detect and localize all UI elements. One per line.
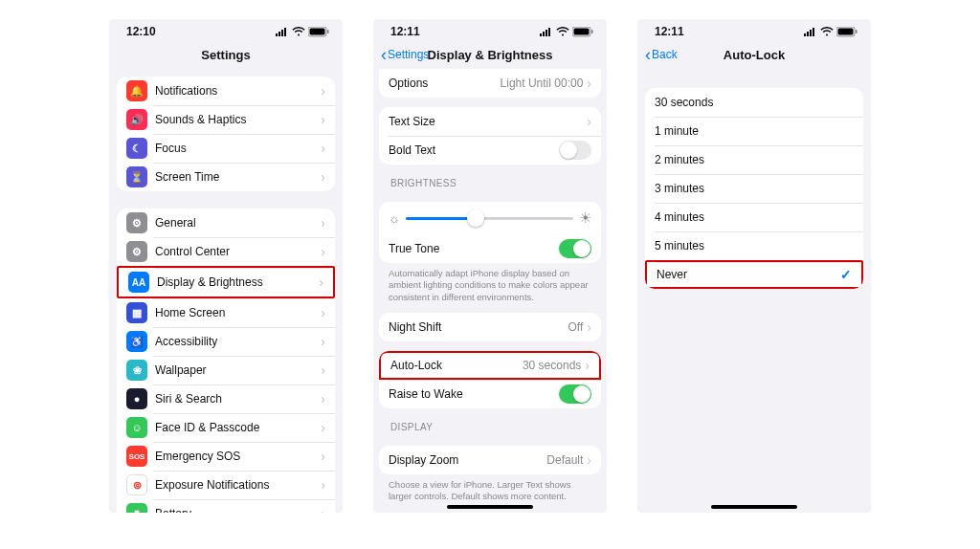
option-30-seconds[interactable]: 30 seconds bbox=[645, 88, 863, 117]
settings-row-accessibility[interactable]: ♿Accessibility› bbox=[117, 327, 335, 356]
options-group: Options Light Until 00:00 › bbox=[379, 69, 601, 98]
settings-row-control-center[interactable]: ⚙Control Center› bbox=[117, 237, 335, 266]
row-label: Auto-Lock bbox=[390, 359, 523, 372]
row-true-tone[interactable]: True Tone bbox=[379, 234, 601, 263]
settings-row-emergency-sos[interactable]: SOSEmergency SOS› bbox=[117, 442, 335, 471]
settings-row-notifications[interactable]: 🔔Notifications› bbox=[117, 77, 335, 105]
option-2-minutes[interactable]: 2 minutes bbox=[645, 145, 863, 174]
row-value: Off bbox=[568, 320, 584, 334]
row-label: Siri & Search bbox=[155, 392, 321, 406]
bell-icon: 🔔 bbox=[126, 80, 147, 101]
settings-row-battery[interactable]: ▮Battery› bbox=[117, 499, 335, 513]
option-label: 4 minutes bbox=[655, 210, 854, 224]
row-value: 30 seconds bbox=[523, 359, 581, 372]
settings-row-focus[interactable]: ☾Focus› bbox=[117, 134, 335, 163]
option-label: Never bbox=[657, 268, 840, 281]
hourglass-icon: ⏳ bbox=[126, 166, 147, 187]
status-time: 12:11 bbox=[390, 25, 420, 38]
row-label: Text Size bbox=[389, 115, 587, 128]
settings-row-sounds-haptics[interactable]: 🔊Sounds & Haptics› bbox=[117, 105, 335, 134]
sun-large-icon: ☀ bbox=[579, 209, 591, 227]
sun-small-icon: ☼ bbox=[389, 211, 400, 226]
settings-row-wallpaper[interactable]: ❀Wallpaper› bbox=[117, 356, 335, 384]
settings-row-siri-search[interactable]: ●Siri & Search› bbox=[117, 384, 335, 413]
battery-icon bbox=[836, 27, 858, 37]
chevron-right-icon: › bbox=[321, 83, 325, 99]
brightness-note: Automatically adapt iPhone display based… bbox=[373, 263, 607, 303]
row-label: Display & Brightness bbox=[157, 275, 319, 289]
auto-lock-options: 30 seconds1 minute2 minutes3 minutes4 mi… bbox=[645, 88, 863, 289]
svg-rect-16 bbox=[810, 30, 812, 36]
row-label: Control Center bbox=[155, 245, 321, 258]
option-never[interactable]: Never✓ bbox=[645, 260, 863, 289]
row-value: Default bbox=[546, 453, 583, 467]
page-title: Auto-Lock bbox=[724, 48, 785, 62]
row-label: Battery bbox=[155, 507, 321, 513]
option-5-minutes[interactable]: 5 minutes bbox=[645, 231, 863, 260]
settings-row-home-screen[interactable]: ▦Home Screen› bbox=[117, 298, 335, 327]
speaker-icon: 🔊 bbox=[126, 109, 147, 130]
status-bar: 12:11 bbox=[637, 19, 871, 40]
section-header-display: DISPLAY bbox=[373, 408, 607, 436]
exposure-icon: ⊚ bbox=[126, 474, 147, 495]
chevron-right-icon: › bbox=[321, 362, 325, 378]
flower-icon: ❀ bbox=[126, 360, 147, 381]
text-size-icon: AA bbox=[128, 272, 149, 293]
svg-rect-12 bbox=[574, 28, 590, 34]
option-1-minute[interactable]: 1 minute bbox=[645, 117, 863, 145]
nav-bar: ‹Settings Display & Brightness bbox=[373, 40, 607, 69]
row-raise-to-wake[interactable]: Raise to Wake bbox=[379, 380, 601, 408]
settings-row-face-id-passcode[interactable]: ☺Face ID & Passcode› bbox=[117, 413, 335, 442]
row-label: Accessibility bbox=[155, 335, 321, 348]
battery-icon bbox=[572, 27, 593, 37]
settings-row-screen-time[interactable]: ⏳Screen Time› bbox=[117, 163, 335, 191]
signal-icon bbox=[804, 27, 817, 36]
brightness-slider[interactable] bbox=[406, 217, 573, 220]
back-button[interactable]: ‹Settings bbox=[381, 40, 429, 69]
signal-icon bbox=[540, 27, 553, 36]
night-shift-group: Night Shift Off › bbox=[379, 313, 601, 341]
svg-rect-2 bbox=[281, 30, 283, 36]
back-button[interactable]: ‹Back bbox=[645, 40, 678, 69]
chevron-right-icon: › bbox=[321, 334, 325, 349]
row-label: Sounds & Haptics bbox=[155, 113, 321, 126]
toggle-bold-text[interactable] bbox=[559, 141, 591, 160]
option-label: 5 minutes bbox=[655, 239, 854, 253]
settings-row-display-brightness[interactable]: AADisplay & Brightness› bbox=[117, 266, 335, 298]
row-night-shift[interactable]: Night Shift Off › bbox=[379, 313, 601, 341]
home-indicator[interactable] bbox=[711, 505, 797, 509]
wifi-icon bbox=[820, 27, 834, 36]
home-indicator[interactable] bbox=[447, 505, 533, 509]
row-bold-text[interactable]: Bold Text bbox=[379, 136, 601, 165]
option-3-minutes[interactable]: 3 minutes bbox=[645, 174, 863, 203]
chevron-right-icon: › bbox=[321, 477, 325, 493]
wifi-icon bbox=[556, 27, 569, 36]
row-label: Face ID & Passcode bbox=[155, 421, 321, 434]
row-options[interactable]: Options Light Until 00:00 › bbox=[379, 69, 601, 98]
brightness-slider-row[interactable]: ☼ ☀ bbox=[379, 202, 601, 234]
chevron-right-icon: › bbox=[321, 305, 325, 320]
settings-row-exposure-notifications[interactable]: ⊚Exposure Notifications› bbox=[117, 471, 335, 499]
chevron-right-icon: › bbox=[321, 215, 325, 231]
row-label: True Tone bbox=[389, 242, 559, 255]
svg-rect-13 bbox=[591, 30, 593, 33]
moon-icon: ☾ bbox=[126, 138, 147, 159]
row-text-size[interactable]: Text Size› bbox=[379, 107, 601, 136]
row-label: Wallpaper bbox=[155, 363, 321, 377]
row-auto-lock[interactable]: Auto-Lock 30 seconds › bbox=[379, 351, 601, 380]
page-title: Display & Brightness bbox=[428, 48, 553, 62]
gear-icon: ⚙ bbox=[126, 212, 147, 233]
option-4-minutes[interactable]: 4 minutes bbox=[645, 203, 863, 231]
settings-row-general[interactable]: ⚙General› bbox=[117, 209, 335, 237]
wifi-icon bbox=[292, 27, 305, 36]
grid-icon: ▦ bbox=[126, 302, 147, 323]
siri-icon: ● bbox=[126, 388, 147, 409]
faceid-icon: ☺ bbox=[126, 417, 147, 438]
chevron-right-icon: › bbox=[321, 112, 325, 127]
row-label: Bold Text bbox=[389, 143, 559, 157]
toggle-raise-to-wake[interactable] bbox=[559, 384, 591, 404]
toggle-true-tone[interactable] bbox=[559, 239, 591, 258]
row-display-zoom[interactable]: Display Zoom Default › bbox=[379, 446, 601, 474]
chevron-right-icon: › bbox=[585, 358, 590, 373]
chevron-right-icon: › bbox=[321, 391, 325, 406]
